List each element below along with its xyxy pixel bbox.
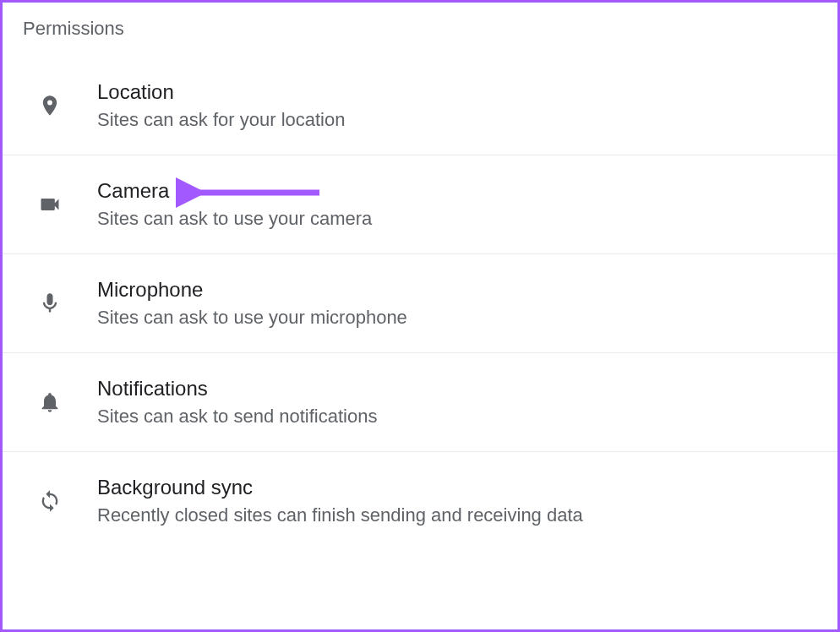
permission-text: Notifications Sites can ask to send noti… xyxy=(97,377,377,428)
permission-description: Sites can ask to use your microphone xyxy=(97,307,407,329)
permission-item-microphone[interactable]: Microphone Sites can ask to use your mic… xyxy=(3,254,837,353)
permission-title: Microphone xyxy=(97,278,407,302)
camera-icon xyxy=(38,193,97,216)
permission-text: Background sync Recently closed sites ca… xyxy=(97,476,583,526)
permission-description: Recently closed sites can finish sending… xyxy=(97,504,583,526)
permission-text: Location Sites can ask for your location xyxy=(97,80,345,131)
section-title: Permissions xyxy=(3,3,837,46)
permissions-panel: Permissions Location Sites can ask for y… xyxy=(0,0,840,632)
permission-list: Location Sites can ask for your location… xyxy=(3,46,837,550)
permission-title: Location xyxy=(97,80,345,104)
microphone-icon xyxy=(38,291,97,315)
permission-text: Camera Sites can ask to use your camera xyxy=(97,179,372,230)
permission-description: Sites can ask for your location xyxy=(97,109,345,131)
permission-item-background-sync[interactable]: Background sync Recently closed sites ca… xyxy=(3,452,837,550)
location-icon xyxy=(38,94,97,117)
sync-icon xyxy=(38,489,97,513)
permission-title: Camera xyxy=(97,179,372,203)
permission-title: Notifications xyxy=(97,377,377,400)
permission-item-location[interactable]: Location Sites can ask for your location xyxy=(3,46,837,155)
permission-description: Sites can ask to send notifications xyxy=(97,406,377,428)
permission-text: Microphone Sites can ask to use your mic… xyxy=(97,278,407,329)
permission-description: Sites can ask to use your camera xyxy=(97,208,372,230)
permission-item-notifications[interactable]: Notifications Sites can ask to send noti… xyxy=(3,353,837,452)
permission-item-camera[interactable]: Camera Sites can ask to use your camera xyxy=(3,155,837,254)
permission-title: Background sync xyxy=(97,476,583,499)
notifications-icon xyxy=(38,390,97,414)
